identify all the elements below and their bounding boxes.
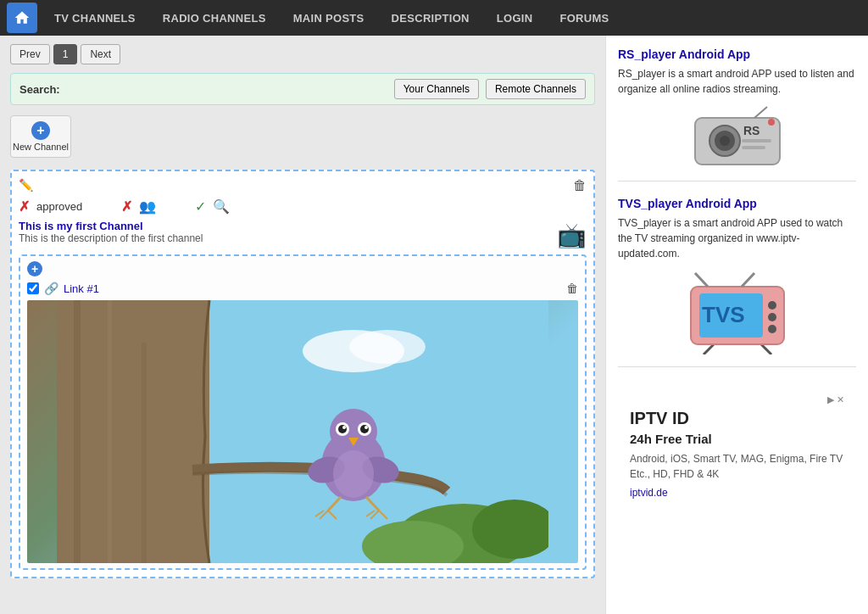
svg-line-49 <box>742 273 754 287</box>
svg-point-16 <box>338 425 347 433</box>
channel-info: This is my first Channel This is the des… <box>19 220 203 249</box>
your-channels-button[interactable]: Your Channels <box>394 79 479 99</box>
rs-player-description: RS_player is a smart android APP used to… <box>618 66 856 97</box>
prev-button[interactable]: Prev <box>10 44 50 64</box>
svg-line-38 <box>754 107 767 118</box>
svg-text:RS: RS <box>743 124 760 137</box>
top-navigation: TV CHANNELS RADIO CHANNELS MAIN POSTS DE… <box>0 0 868 36</box>
link-add-row: + <box>27 261 578 276</box>
content-area: Prev 1 Next Search: Your Channels Remote… <box>0 36 605 614</box>
ad-url[interactable]: iptvid.de <box>630 485 844 500</box>
channel-card: ✏️ 🗑 ✗ approved ✗ 👥 ✓ 🔍 This is my first… <box>10 170 595 578</box>
tvs-player-title[interactable]: TVS_player Android App <box>618 197 856 210</box>
home-button[interactable] <box>7 3 37 33</box>
link-section: + 🔗 Link #1 🗑 <box>19 254 587 570</box>
svg-point-45 <box>768 301 776 310</box>
svg-point-19 <box>360 425 369 433</box>
link-delete-icon[interactable]: 🗑 <box>566 282 578 295</box>
nav-tv-channels[interactable]: TV CHANNELS <box>41 0 149 36</box>
svg-point-2 <box>349 330 426 364</box>
edit-icon[interactable]: ✏️ <box>19 178 33 192</box>
plus-circle-icon: + <box>31 121 50 140</box>
nav-radio-channels[interactable]: RADIO CHANNELS <box>149 0 280 36</box>
channel-bottom-row: This is my first Channel This is the des… <box>19 220 587 249</box>
new-channel-label: New Channel <box>13 142 69 152</box>
rs-radio-image: RS <box>691 105 784 169</box>
iptv-ad-section: ▶ ✕ IPTV ID 24h Free Trial Android, iOS,… <box>618 382 856 512</box>
tvs-player-section: TVS_player Android App TVS_player is a s… <box>618 197 856 367</box>
svg-point-20 <box>364 426 368 429</box>
rs-player-section: RS_player Android App RS_player is a sma… <box>618 47 856 181</box>
channel-status-row: ✗ approved ✗ 👥 ✓ 🔍 <box>19 198 587 215</box>
next-button[interactable]: Next <box>81 44 120 64</box>
ad-title: IPTV ID <box>630 409 844 428</box>
main-layout: Prev 1 Next Search: Your Channels Remote… <box>0 36 868 614</box>
svg-rect-6 <box>142 343 147 563</box>
search-label: Search: <box>19 83 60 96</box>
nav-forums[interactable]: FORUMS <box>546 0 622 36</box>
home-icon <box>14 9 31 26</box>
svg-rect-4 <box>74 300 81 563</box>
channel-description: This is the description of the first cha… <box>19 232 203 244</box>
users-icon: 👥 <box>139 198 156 215</box>
video-scene <box>57 300 548 563</box>
sidebar: RS_player Android App RS_player is a sma… <box>605 36 868 614</box>
pagination: Prev 1 Next <box>10 44 595 64</box>
channel-title[interactable]: This is my first Channel <box>19 220 203 232</box>
search-icon: 🔍 <box>213 198 230 215</box>
nav-description[interactable]: DESCRIPTION <box>378 0 483 36</box>
tvs-player-description: TVS_player is a smart android APP used t… <box>618 215 856 261</box>
new-channel-button[interactable]: + New Channel <box>10 115 71 158</box>
nav-main-posts[interactable]: MAIN POSTS <box>280 0 378 36</box>
link-chain-icon[interactable]: 🔗 <box>44 282 58 295</box>
search-bar: Search: Your Channels Remote Channels <box>10 73 595 105</box>
svg-point-37 <box>768 119 775 126</box>
rs-player-title[interactable]: RS_player Android App <box>618 47 856 61</box>
status-x-mark-2: ✗ <box>121 198 132 215</box>
channel-status-text: approved <box>36 200 82 213</box>
delete-channel-icon[interactable]: 🗑 <box>573 178 587 193</box>
page-1-button[interactable]: 1 <box>53 44 78 64</box>
link-checkbox[interactable] <box>27 282 39 294</box>
status-x-mark: ✗ <box>19 198 30 215</box>
svg-line-48 <box>695 273 708 287</box>
svg-point-17 <box>342 426 346 429</box>
tvs-logo-image: TVS <box>687 270 788 354</box>
check-mark: ✓ <box>195 198 206 215</box>
link-label[interactable]: Link #1 <box>64 282 561 295</box>
svg-point-46 <box>768 313 776 321</box>
ad-badge: ▶ ✕ <box>630 394 844 405</box>
remote-channels-button[interactable]: Remote Channels <box>486 79 586 99</box>
svg-rect-5 <box>108 300 112 563</box>
channel-header: ✏️ 🗑 <box>19 178 587 193</box>
ad-description: Android, iOS, Smart TV, MAG, Enigma, Fir… <box>630 451 844 482</box>
svg-point-14 <box>333 450 374 498</box>
ad-subtitle: 24h Free Trial <box>630 432 844 446</box>
nav-login[interactable]: LOGIN <box>483 0 547 36</box>
svg-text:TVS: TVS <box>702 302 745 327</box>
video-thumbnail <box>27 300 578 563</box>
link-row: 🔗 Link #1 🗑 <box>27 282 578 295</box>
svg-rect-35 <box>742 139 771 142</box>
tv-icon[interactable]: 📺 <box>557 221 587 249</box>
add-link-button[interactable]: + <box>27 261 42 276</box>
svg-point-47 <box>768 325 776 333</box>
svg-rect-36 <box>742 146 765 149</box>
channel-header-left: ✏️ <box>19 178 33 192</box>
search-input[interactable] <box>67 83 387 96</box>
svg-point-33 <box>720 136 730 146</box>
